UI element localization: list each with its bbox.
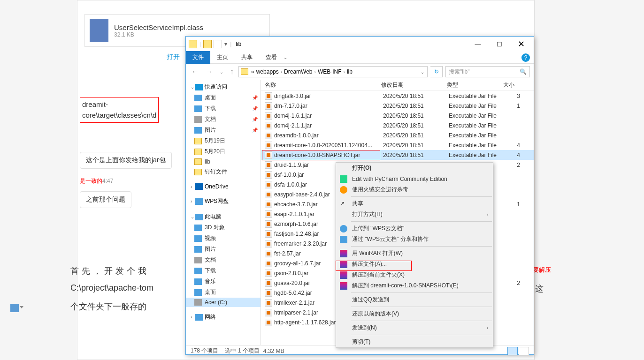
- forward-button[interactable]: →: [204, 68, 215, 76]
- open-link[interactable]: 打开: [167, 53, 180, 61]
- address-bar: ← → ⌄ ↑ « webapps› DreamWeb› WEB-INF› li…: [186, 64, 534, 80]
- attachment-filename: UserSelectServiceImpl.class: [114, 23, 203, 31]
- help-icon[interactable]: ?: [521, 53, 530, 62]
- chevron-down-icon[interactable]: ⌄: [284, 55, 287, 60]
- doc-icon[interactable]: [10, 304, 19, 312]
- ctx-open[interactable]: 打开(O): [336, 163, 493, 173]
- pin-icon: 📌: [252, 106, 258, 111]
- recent-button[interactable]: ⌄: [218, 69, 225, 75]
- folder-icon: [241, 68, 248, 75]
- window-title: lib: [236, 41, 241, 47]
- file-row[interactable]: dingtalk-3.0.jar2020/5/20 18:51Executabl…: [261, 91, 534, 101]
- jar-icon: [265, 112, 272, 120]
- tree-pictures[interactable]: 图片📌: [186, 125, 261, 135]
- tree-thispc[interactable]: ⌄此电脑: [186, 211, 261, 222]
- jar-icon: [265, 161, 272, 169]
- file-row[interactable]: dom4j-2.1.1.jar2020/5/20 18:51Executable…: [261, 120, 534, 130]
- ctx-sendto[interactable]: 发送到(N)›: [336, 322, 493, 333]
- ctx-share[interactable]: ↗共享: [336, 198, 493, 209]
- jar-icon: [265, 289, 272, 297]
- tree-folder[interactable]: 钉钉文件: [186, 166, 261, 177]
- tree-video[interactable]: 视频: [186, 233, 261, 244]
- ctx-extract-to[interactable]: 解压到 dreamit-core-1.0.0-SNAPSHOT\(E): [336, 280, 493, 291]
- tree-dl2[interactable]: 下载: [186, 265, 261, 276]
- tree-downloads[interactable]: 下载📌: [186, 103, 261, 114]
- chevron-right-icon: ›: [487, 325, 488, 330]
- pin-icon: 📌: [252, 95, 258, 100]
- ctx-extract[interactable]: 解压文件(A)...: [336, 259, 493, 270]
- file-row[interactable]: dom4j-1.6.1.jar2020/5/20 18:51Executable…: [261, 111, 534, 120]
- col-type[interactable]: 类型: [447, 81, 503, 89]
- jar-icon: [265, 250, 272, 257]
- winrar-icon: [340, 271, 347, 279]
- tree-documents[interactable]: 文档📌: [186, 114, 261, 125]
- tab-file[interactable]: 文件: [186, 51, 210, 64]
- tree-folder[interactable]: 5月20日: [186, 146, 261, 157]
- minimize-button[interactable]: —: [467, 37, 489, 51]
- file-row[interactable]: dreamdb-1.0.0.jar2020/5/20 18:51Executab…: [261, 130, 534, 140]
- tree-desk2[interactable]: 桌面: [186, 287, 261, 298]
- col-size[interactable]: 大小: [503, 81, 522, 89]
- ctx-huorong[interactable]: 使用火绒安全进行杀毒: [336, 184, 493, 195]
- ctx-winrar-open[interactable]: 用 WinRAR 打开(W): [336, 248, 493, 259]
- tree-folder[interactable]: 5月19日: [186, 135, 261, 146]
- share-icon: ↗: [340, 200, 347, 208]
- jar-icon: [265, 132, 272, 139]
- tree-quick-access[interactable]: ⌄快速访问: [186, 82, 261, 92]
- tree-pictures2[interactable]: 图片: [186, 244, 261, 255]
- search-input[interactable]: 搜索"lib"🔍: [445, 66, 530, 77]
- tree-network[interactable]: ›网络: [186, 312, 261, 322]
- jar-icon: [265, 309, 272, 316]
- tab-view[interactable]: 查看: [259, 51, 284, 64]
- chevron-right-icon: ›: [487, 212, 488, 217]
- back-button[interactable]: ←: [190, 68, 201, 76]
- breadcrumb[interactable]: « webapps› DreamWeb› WEB-INF› lib ⌄: [238, 66, 428, 77]
- tree-wps[interactable]: ›WPS网盘: [186, 196, 261, 207]
- tree-acer-c[interactable]: Acer (C:): [186, 298, 261, 307]
- tree-3d[interactable]: 3D 对象: [186, 222, 261, 233]
- ctx-openwith[interactable]: 打开方式(H)›: [336, 209, 493, 220]
- col-date[interactable]: 修改日期: [381, 81, 447, 89]
- body-text-tail: 这: [535, 283, 544, 294]
- file-row[interactable]: dreamit-core-1.0.0-SNAPSHOT.jar2020/5/20…: [261, 150, 534, 160]
- highlighted-path: dreamit-core\target\classes\cn\d: [80, 97, 159, 123]
- up-button[interactable]: ↑: [228, 68, 236, 76]
- ctx-extract-here[interactable]: 解压到当前文件夹(X): [336, 270, 493, 280]
- props-icon: [214, 40, 222, 48]
- view-details-button[interactable]: [507, 347, 518, 355]
- ctx-qq[interactable]: 通过QQ发送到: [336, 294, 493, 305]
- winrar-icon: [340, 282, 347, 290]
- ctx-wps-share[interactable]: 通过 "WPS云文档" 分享和协作: [336, 234, 493, 245]
- folder-icon: [203, 40, 212, 48]
- tab-home[interactable]: 主页: [210, 51, 235, 64]
- view-large-button[interactable]: [519, 347, 529, 355]
- jar-icon: [265, 142, 272, 149]
- refresh-button[interactable]: ↻: [430, 66, 443, 77]
- col-name[interactable]: 名称: [265, 81, 381, 89]
- tab-share[interactable]: 共享: [235, 51, 259, 64]
- chat-bubble-1: 这个是上面你发给我的jar包: [80, 152, 172, 169]
- dropdown-icon[interactable]: [20, 306, 23, 308]
- close-button[interactable]: ✕: [510, 37, 532, 51]
- file-row[interactable]: dm-7.17.0.jar2020/5/20 18:51Executable J…: [261, 101, 534, 111]
- timestamp-1: 是一致的4:47: [80, 177, 113, 185]
- tree-music[interactable]: 音乐: [186, 276, 261, 287]
- column-headers[interactable]: 名称 修改日期 类型 大小: [261, 80, 534, 91]
- jar-icon: [265, 151, 272, 159]
- ctx-cut[interactable]: 剪切(T): [336, 337, 493, 347]
- jar-icon: [265, 260, 272, 267]
- ctx-wps-upload[interactable]: 上传到 "WPS云文档": [336, 223, 493, 234]
- jar-icon: [265, 171, 272, 179]
- jar-icon: [265, 191, 272, 198]
- title-bar[interactable]: | ▾ | lib — ☐ ✕: [186, 37, 534, 52]
- maximize-button[interactable]: ☐: [489, 37, 510, 51]
- ctx-pycharm[interactable]: Edit with PyCharm Community Edition: [336, 173, 493, 184]
- tree-desktop[interactable]: 桌面📌: [186, 92, 261, 103]
- tree-folder[interactable]: lib: [186, 157, 261, 166]
- ctx-restore[interactable]: 还原以前的版本(V): [336, 308, 493, 319]
- jar-icon: [265, 270, 272, 277]
- file-row[interactable]: dreamit-core-1.0.0-20200511.124004...202…: [261, 140, 534, 150]
- jar-icon: [265, 102, 272, 110]
- tree-docs2[interactable]: 文档: [186, 255, 261, 265]
- tree-onedrive[interactable]: ›OneDrive: [186, 182, 261, 191]
